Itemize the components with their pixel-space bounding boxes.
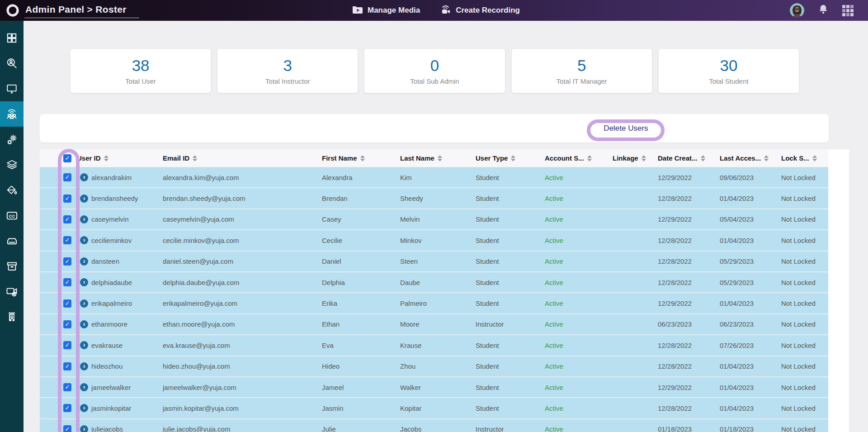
- expand-row-icon[interactable]: ›: [80, 173, 88, 181]
- sidebar-item-settings[interactable]: [0, 127, 24, 152]
- row-checkbox[interactable]: ✓: [63, 362, 71, 370]
- sidebar-item-media-channels[interactable]: [0, 76, 24, 101]
- manage-media-button[interactable]: Manage Media: [352, 5, 420, 17]
- sidebar-item-branding[interactable]: [0, 177, 24, 203]
- user-type-cell: Student: [476, 257, 545, 265]
- sidebar-item-dashboard[interactable]: [0, 25, 24, 51]
- row-checkbox[interactable]: ✓: [63, 195, 71, 203]
- user-id-cell: › juliejacobs: [77, 425, 163, 432]
- user-id-cell: › hideozhou: [77, 362, 163, 370]
- expand-row-icon[interactable]: ›: [80, 278, 88, 286]
- column-header-last-accessed[interactable]: Last Acces...: [720, 154, 781, 162]
- row-checkbox[interactable]: ✓: [63, 299, 71, 308]
- row-checkbox[interactable]: ✓: [63, 404, 71, 412]
- column-header-account-status[interactable]: Account S...: [545, 154, 613, 162]
- stat-card-total-it-manager: 5 Total IT Manager: [511, 48, 652, 93]
- expand-row-icon[interactable]: ›: [80, 320, 88, 328]
- column-header-linkage[interactable]: Linkage: [613, 154, 658, 162]
- apps-grid-icon[interactable]: [842, 5, 854, 16]
- account-status-cell: Active: [545, 342, 613, 349]
- user-id-text: brendansheedy: [91, 195, 138, 202]
- row-checkbox[interactable]: ✓: [63, 173, 71, 181]
- expand-row-icon[interactable]: ›: [80, 215, 88, 223]
- notification-bell-icon[interactable]: [818, 4, 829, 17]
- lock-status-cell: Not Locked: [781, 384, 828, 391]
- row-checkbox[interactable]: ✓: [63, 383, 71, 391]
- expand-row-icon[interactable]: ›: [80, 236, 88, 244]
- lock-status-cell: Not Locked: [781, 257, 828, 265]
- row-checkbox-cell: ✓: [40, 320, 77, 328]
- sort-icon: [764, 155, 769, 161]
- last-name-cell: Walker: [400, 384, 476, 391]
- expand-row-icon[interactable]: ›: [80, 404, 88, 412]
- last-name-cell: Kopitar: [400, 404, 476, 412]
- account-status-cell: Active: [545, 257, 613, 265]
- last-name-cell: Palmeiro: [400, 299, 476, 307]
- lock-status-cell: Not Locked: [781, 279, 828, 286]
- expand-row-icon[interactable]: ›: [80, 341, 88, 349]
- table-row: ✓ › ethanmoore ethan.moore@yuja.com Etha…: [40, 314, 828, 335]
- stat-label: Total IT Manager: [557, 77, 607, 85]
- row-checkbox[interactable]: ✓: [63, 278, 71, 286]
- first-name-cell: Julie: [322, 425, 400, 432]
- user-avatar[interactable]: [790, 3, 804, 18]
- sidebar-item-storage[interactable]: [0, 228, 24, 253]
- building-icon: [6, 311, 18, 323]
- first-name-cell: Daniel: [322, 257, 400, 265]
- first-name-cell: Jameel: [322, 384, 400, 391]
- last-name-cell: Minkov: [400, 237, 476, 244]
- sidebar-item-user-search[interactable]: [0, 51, 24, 76]
- expand-row-icon[interactable]: ›: [80, 257, 88, 266]
- video-recorder-icon: [5, 285, 18, 298]
- expand-row-icon[interactable]: ›: [80, 383, 88, 391]
- closed-captions-icon: CC: [6, 209, 18, 222]
- create-recording-button[interactable]: Create Recording: [440, 4, 520, 17]
- expand-row-icon[interactable]: ›: [80, 425, 88, 432]
- sidebar-item-captions[interactable]: CC: [0, 203, 24, 228]
- expand-row-icon[interactable]: ›: [80, 195, 88, 203]
- table-body: ✓ › alexandrakim alexandra.kim@yuja.com …: [40, 167, 849, 432]
- row-checkbox[interactable]: ✓: [63, 425, 71, 432]
- account-status-cell: Active: [545, 404, 613, 412]
- column-header-user-id[interactable]: User ID: [77, 154, 163, 162]
- lock-status-cell: Not Locked: [781, 237, 828, 244]
- delete-users-button[interactable]: Delete Users: [593, 121, 659, 136]
- row-checkbox[interactable]: ✓: [63, 341, 71, 349]
- sidebar-item-archive[interactable]: [0, 253, 24, 279]
- last-accessed-cell: 01/04/2023: [720, 195, 781, 202]
- lock-status-cell: Not Locked: [781, 342, 828, 349]
- stats-cards: 38 Total User 3 Total Instructor 0 Total…: [70, 48, 799, 93]
- last-accessed-cell: 05/29/2023: [720, 257, 781, 265]
- email-cell: julie.jacobs@yuja.com: [163, 425, 322, 432]
- column-header-first-name[interactable]: First Name: [322, 154, 400, 162]
- date-created-cell: 12/28/2022: [658, 404, 720, 412]
- user-type-cell: Student: [476, 342, 545, 349]
- user-id-text: juliejacobs: [91, 425, 123, 432]
- user-id-text: delphiadaube: [91, 279, 132, 286]
- yuja-swirl-logo[interactable]: [5, 2, 21, 19]
- select-all-cell: ✓: [40, 154, 77, 162]
- select-all-checkbox[interactable]: ✓: [63, 154, 71, 162]
- sidebar-item-collections[interactable]: [0, 152, 24, 177]
- row-checkbox[interactable]: ✓: [63, 320, 71, 328]
- column-header-email-id[interactable]: Email ID: [163, 154, 322, 162]
- sidebar-item-institution[interactable]: [0, 304, 24, 329]
- column-header-user-type[interactable]: User Type: [476, 154, 545, 162]
- date-created-cell: 12/29/2022: [658, 215, 720, 223]
- account-status-cell: Active: [545, 362, 613, 370]
- column-header-date-created[interactable]: Date Creat...: [658, 154, 720, 162]
- user-id-text: evakrause: [91, 342, 123, 349]
- row-checkbox[interactable]: ✓: [63, 215, 71, 223]
- sidebar-item-recorder[interactable]: [0, 279, 24, 304]
- column-header-last-name[interactable]: Last Name: [400, 154, 476, 162]
- column-header-lock-status[interactable]: Lock S...: [781, 154, 828, 162]
- sort-icon: [438, 155, 442, 161]
- expand-row-icon[interactable]: ›: [80, 362, 88, 370]
- topbar: Admin Panel > Roster Manage Media Creat: [0, 0, 868, 21]
- manage-media-label: Manage Media: [368, 6, 420, 15]
- email-cell: brendan.sheedy@yuja.com: [163, 195, 322, 202]
- sidebar-item-roster[interactable]: [0, 101, 24, 127]
- row-checkbox[interactable]: ✓: [63, 236, 71, 244]
- row-checkbox[interactable]: ✓: [63, 257, 71, 266]
- expand-row-icon[interactable]: ›: [80, 299, 88, 308]
